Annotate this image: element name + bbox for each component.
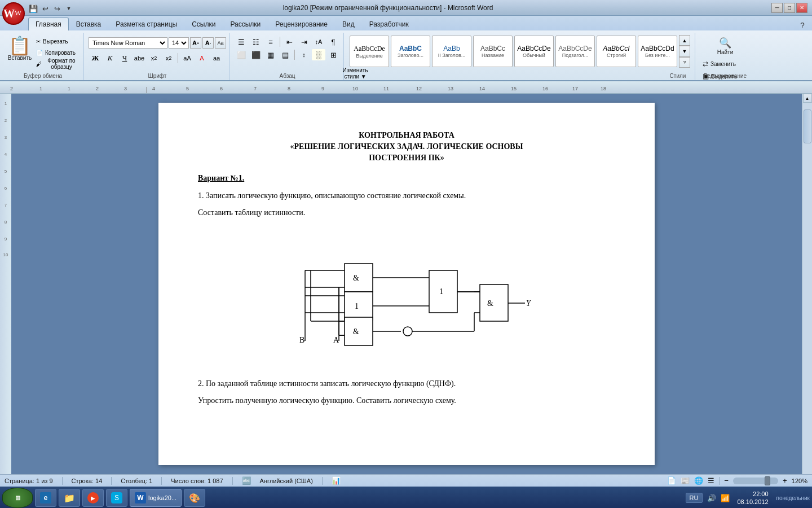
- svg-text:&: &: [353, 274, 359, 282]
- multilevel-button[interactable]: ≡: [264, 36, 277, 47]
- change-case-button[interactable]: Aa: [215, 37, 226, 49]
- copy-button[interactable]: 📄Копировать: [35, 47, 80, 58]
- font-size-select[interactable]: 14: [169, 37, 189, 49]
- scroll-thumb[interactable]: [804, 110, 811, 143]
- text-effects-button[interactable]: аа: [210, 52, 223, 64]
- line-spacing-button[interactable]: ↕: [297, 49, 311, 60]
- subscript-button[interactable]: x2: [147, 52, 161, 64]
- tab-developer[interactable]: Разработчик: [362, 17, 416, 30]
- view-web-button[interactable]: 🌐: [694, 476, 703, 485]
- tab-references[interactable]: Ссылки: [184, 17, 223, 30]
- style-subtitle[interactable]: AaBbCcDe Подзагол...: [555, 36, 595, 67]
- align-center-button[interactable]: ⬛: [249, 49, 263, 60]
- show-formatting-button[interactable]: ¶: [326, 36, 340, 47]
- styles-scroll-down[interactable]: ▼: [679, 46, 690, 56]
- start-button[interactable]: ⊞: [2, 488, 33, 508]
- tab-insert[interactable]: Вставка: [69, 17, 109, 30]
- change-styles-button[interactable]: Изменить стили ▼: [348, 68, 362, 79]
- find-button[interactable]: 🔍 Найти: [700, 35, 751, 57]
- shading-button[interactable]: ░: [312, 49, 325, 60]
- strikethrough-button[interactable]: abe: [133, 52, 146, 64]
- svg-text:1: 1: [439, 287, 443, 296]
- align-right-button[interactable]: ▦: [264, 49, 277, 60]
- network-icon[interactable]: 📶: [721, 494, 730, 502]
- styles-scroll-up[interactable]: ▲: [679, 35, 690, 46]
- tab-layout[interactable]: Разметка страницы: [108, 17, 184, 30]
- document-page[interactable]: КОНТРОЛЬНАЯ РАБОТА «РЕШЕНИЕ ЛОГИЧЕСКИХ З…: [158, 103, 655, 465]
- redo-button[interactable]: ↪: [52, 3, 62, 14]
- tab-view[interactable]: Вид: [335, 17, 362, 30]
- vertical-scrollbar[interactable]: ▲: [802, 94, 812, 474]
- italic-button[interactable]: К: [103, 52, 117, 64]
- text-highlight-button[interactable]: аА: [180, 52, 194, 64]
- svg-text:B: B: [299, 336, 304, 344]
- office-button[interactable]: W: [2, 2, 25, 25]
- grow-font-button[interactable]: A+: [190, 37, 201, 49]
- styles-expand[interactable]: ▿: [679, 57, 690, 68]
- style-normal[interactable]: AaBbCcDe Выделение: [350, 36, 389, 67]
- font-format-row: Ж К Ч abe x2 x2 аА А аа: [89, 51, 226, 65]
- svg-text:2: 2: [10, 86, 13, 91]
- view-outline-button[interactable]: ☰: [708, 476, 714, 485]
- sort-button[interactable]: ↕A: [312, 36, 325, 47]
- ribbon: Главная Вставка Разметка страницы Ссылки…: [0, 16, 812, 81]
- save-button[interactable]: 💾: [28, 3, 38, 14]
- style-title[interactable]: AaBbCc Название: [473, 36, 513, 67]
- style-heading2[interactable]: AaBb II Заголов...: [432, 36, 471, 67]
- superscript-button[interactable]: x2: [162, 52, 175, 64]
- taskbar-ie[interactable]: e: [35, 489, 56, 507]
- increase-indent-button[interactable]: ⇥: [297, 36, 311, 47]
- paste-button[interactable]: 📋 Вставить: [6, 35, 34, 70]
- svg-text:7: 7: [5, 203, 7, 208]
- document-area: КОНТРОЛЬНАЯ РАБОТА «РЕШЕНИЕ ЛОГИЧЕСКИХ З…: [11, 94, 802, 474]
- svg-text:9: 9: [321, 86, 324, 91]
- tab-home[interactable]: Главная: [28, 17, 69, 30]
- minimize-button[interactable]: ─: [771, 3, 783, 13]
- taskbar-paint[interactable]: 🎨: [184, 489, 205, 507]
- numbering-button[interactable]: ☷: [249, 36, 263, 47]
- ie-icon: e: [40, 492, 51, 503]
- align-left-button[interactable]: ⬜: [235, 49, 248, 60]
- svg-text:1: 1: [5, 101, 7, 106]
- undo-button[interactable]: ↩: [40, 3, 50, 14]
- maximize-button[interactable]: □: [784, 3, 795, 13]
- decrease-indent-button[interactable]: ⇤: [283, 36, 296, 47]
- style-strong[interactable]: AaBbCcI Строгий: [597, 36, 636, 67]
- volume-icon[interactable]: 🔊: [707, 494, 716, 502]
- view-layout-button[interactable]: 📰: [681, 476, 690, 485]
- borders-button[interactable]: ⊞: [326, 49, 340, 60]
- zoom-in-button[interactable]: +: [783, 476, 787, 485]
- quick-access-arrow[interactable]: ▼: [64, 3, 74, 14]
- close-button[interactable]: ✕: [796, 3, 807, 13]
- style-default[interactable]: AaBbCcDe Обычный: [514, 36, 554, 67]
- taskbar-word[interactable]: W logika20...: [130, 489, 182, 507]
- taskbar-explorer[interactable]: 📁: [59, 489, 80, 507]
- svg-point-50: [403, 327, 412, 336]
- window-title: logika20 [Режим ограниченной функциональ…: [5, 4, 771, 12]
- font-color-button[interactable]: А: [195, 52, 209, 64]
- taskbar-skype[interactable]: S: [106, 489, 127, 507]
- zoom-slider[interactable]: [733, 478, 778, 484]
- justify-button[interactable]: ▤: [279, 49, 292, 60]
- task2-para2: Упростить полученную логическую функцию.…: [198, 395, 615, 407]
- tab-mailings[interactable]: Рассылки: [223, 17, 268, 30]
- tab-review[interactable]: Рецензирование: [268, 17, 335, 30]
- style-noformat[interactable]: AaBbCcDd Без инте...: [638, 36, 677, 67]
- spell-check-icon[interactable]: 🔤: [242, 476, 251, 485]
- zoom-out-button[interactable]: −: [724, 476, 729, 485]
- bullets-button[interactable]: ☰: [235, 36, 248, 47]
- scroll-up-button[interactable]: ▲: [803, 94, 812, 103]
- language-button[interactable]: RU: [686, 493, 703, 503]
- bold-button[interactable]: Ж: [89, 52, 102, 64]
- font-name-select[interactable]: Times New Roman: [89, 37, 167, 49]
- underline-button[interactable]: Ч: [118, 52, 131, 64]
- taskbar-media[interactable]: ▶: [82, 489, 104, 507]
- format-painter-button[interactable]: 🖌Формат по образцу: [35, 59, 80, 69]
- ribbon-help-button[interactable]: ?: [797, 20, 807, 30]
- shrink-font-button[interactable]: A-: [202, 37, 214, 49]
- editing-label: Редактирование: [696, 73, 754, 79]
- cut-button[interactable]: ✂Вырезать: [35, 36, 80, 46]
- replace-button[interactable]: ⇄ Заменить: [700, 58, 751, 69]
- view-normal-button[interactable]: 📄: [667, 476, 676, 485]
- style-heading1[interactable]: AaBbC Заголово...: [391, 36, 430, 67]
